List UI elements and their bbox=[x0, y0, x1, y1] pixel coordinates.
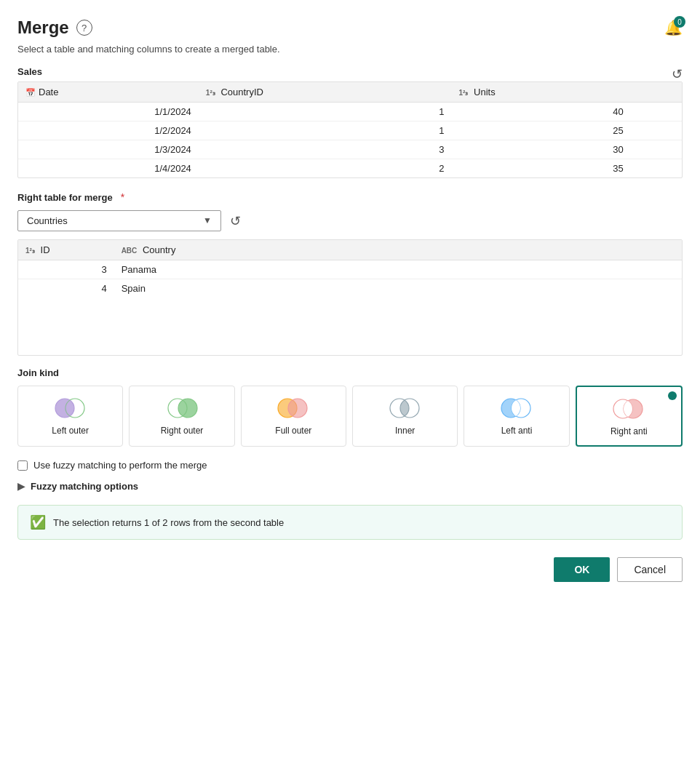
left-table-refresh-button[interactable]: ↺ bbox=[672, 66, 683, 82]
cell-countryid: 1 bbox=[199, 103, 452, 121]
join-option-left-anti[interactable]: Left anti bbox=[464, 386, 569, 447]
join-option-inner[interactable]: Inner bbox=[352, 386, 458, 447]
help-icon[interactable]: ? bbox=[76, 20, 92, 36]
dialog-subtitle: Select a table and matching columns to c… bbox=[17, 44, 683, 55]
left-table-label: Sales bbox=[17, 66, 683, 77]
required-star: * bbox=[121, 191, 124, 203]
cell-countryid: 2 bbox=[199, 159, 452, 178]
cell-units: 30 bbox=[452, 140, 631, 159]
fuzzy-matching-checkbox[interactable] bbox=[17, 460, 28, 471]
table-row: 4 Spain bbox=[18, 279, 682, 298]
table-row: 3 Panama bbox=[18, 260, 682, 279]
right-anti-icon bbox=[611, 397, 646, 420]
table-row: 1/3/2024 3 30 bbox=[18, 140, 682, 159]
join-option-right-anti[interactable]: Right anti bbox=[576, 386, 683, 447]
cell-empty bbox=[631, 140, 682, 159]
join-option-left-outer[interactable]: Left outer bbox=[17, 386, 123, 447]
dropdown-wrapper: Countries ▼ ↺ bbox=[17, 209, 683, 232]
right-anti-label: Right anti bbox=[610, 426, 648, 436]
left-table-header-row: 📅Date 1²₃ CountryID 1²₃ Units bbox=[18, 82, 682, 103]
dropdown-value: Countries bbox=[27, 215, 68, 226]
cell-countryid: 1 bbox=[199, 121, 452, 140]
cell-units: 40 bbox=[452, 103, 631, 121]
join-option-full-outer[interactable]: Full outer bbox=[241, 386, 346, 447]
cell-id: 4 bbox=[18, 279, 114, 298]
action-row: OK Cancel bbox=[17, 557, 683, 582]
svg-point-2 bbox=[55, 399, 74, 418]
status-box: ✅ The selection returns 1 of 2 rows from… bbox=[17, 505, 683, 540]
dialog-header: Merge ? 🔔 0 bbox=[17, 17, 683, 38]
cell-date: 1/1/2024 bbox=[18, 103, 199, 121]
check-circle-icon: ✅ bbox=[30, 514, 46, 530]
cell-empty bbox=[284, 260, 682, 279]
right-table-refresh-button[interactable]: ↺ bbox=[227, 210, 244, 232]
left-col-date: 📅Date bbox=[18, 82, 199, 103]
fuzzy-matching-label[interactable]: Use fuzzy matching to perform the merge bbox=[33, 460, 207, 471]
left-outer-icon bbox=[53, 396, 88, 420]
right-table-container: 1²₃ ID ABC Country 3 Panama 4 Spain bbox=[17, 239, 683, 356]
left-col-empty bbox=[631, 82, 682, 103]
cancel-button[interactable]: Cancel bbox=[617, 557, 683, 582]
join-option-right-outer[interactable]: Right outer bbox=[129, 386, 234, 447]
cell-units: 25 bbox=[452, 121, 631, 140]
table-row: 1/4/2024 2 35 bbox=[18, 159, 682, 178]
right-col-id: 1²₃ ID bbox=[18, 240, 114, 260]
svg-point-5 bbox=[178, 399, 197, 418]
notification-icon[interactable]: 🔔 0 bbox=[664, 19, 683, 36]
left-outer-label: Left outer bbox=[52, 426, 89, 436]
fuzzy-matching-options-toggle[interactable]: ▶ Fuzzy matching options bbox=[17, 481, 683, 492]
title-area: Merge ? bbox=[17, 17, 92, 38]
right-outer-icon bbox=[164, 396, 199, 420]
join-options: Left outer Right outer Full outer Inner bbox=[17, 386, 683, 447]
left-table-header-row: Sales ↺ bbox=[17, 66, 683, 77]
left-table: 📅Date 1²₃ CountryID 1²₃ Units 1/1/2024 1… bbox=[18, 82, 682, 177]
inner-icon bbox=[388, 396, 423, 420]
right-outer-label: Right outer bbox=[161, 426, 204, 436]
fuzzy-options-label: Fuzzy matching options bbox=[31, 481, 138, 492]
full-outer-icon bbox=[276, 396, 311, 420]
table-row: 1/1/2024 1 40 bbox=[18, 103, 682, 121]
selected-indicator bbox=[668, 391, 677, 400]
right-table-label-row: Right table for merge * bbox=[17, 191, 683, 203]
table-row: 1/2/2024 1 25 bbox=[18, 121, 682, 140]
notification-badge: 0 bbox=[674, 16, 685, 28]
left-col-countryid: 1²₃ CountryID bbox=[199, 82, 452, 103]
cell-empty bbox=[284, 279, 682, 298]
cell-date: 1/4/2024 bbox=[18, 159, 199, 178]
cell-date: 1/2/2024 bbox=[18, 121, 199, 140]
chevron-down-icon: ▼ bbox=[203, 215, 212, 226]
right-col-country: ABC Country bbox=[114, 240, 284, 260]
left-anti-label: Left anti bbox=[501, 426, 533, 436]
left-col-units: 1²₃ Units bbox=[452, 82, 631, 103]
cell-empty bbox=[631, 103, 682, 121]
cell-id: 3 bbox=[18, 260, 114, 279]
left-table-container: 📅Date 1²₃ CountryID 1²₃ Units 1/1/2024 1… bbox=[17, 81, 683, 178]
cell-country: Spain bbox=[114, 279, 284, 298]
fuzzy-matching-row: Use fuzzy matching to perform the merge bbox=[17, 460, 683, 471]
right-table-header-row: 1²₃ ID ABC Country bbox=[18, 240, 682, 260]
right-table-dropdown[interactable]: Countries ▼ bbox=[17, 210, 221, 231]
dialog-title: Merge bbox=[17, 17, 69, 38]
right-table: 1²₃ ID ABC Country 3 Panama 4 Spain bbox=[18, 240, 682, 298]
join-kind-label: Join kind bbox=[17, 367, 683, 378]
cell-date: 1/3/2024 bbox=[18, 140, 199, 159]
chevron-right-icon: ▶ bbox=[17, 481, 25, 492]
left-anti-icon bbox=[499, 396, 534, 420]
ok-button[interactable]: OK bbox=[554, 557, 610, 582]
inner-label: Inner bbox=[395, 426, 415, 436]
cell-empty bbox=[631, 121, 682, 140]
right-col-empty bbox=[284, 240, 682, 260]
full-outer-label: Full outer bbox=[275, 426, 311, 436]
cell-country: Panama bbox=[114, 260, 284, 279]
svg-point-7 bbox=[288, 399, 307, 418]
cell-empty bbox=[631, 159, 682, 178]
status-message: The selection returns 1 of 2 rows from t… bbox=[53, 517, 284, 528]
cell-units: 35 bbox=[452, 159, 631, 178]
cell-countryid: 3 bbox=[199, 140, 452, 159]
right-table-label: Right table for merge bbox=[17, 192, 113, 203]
